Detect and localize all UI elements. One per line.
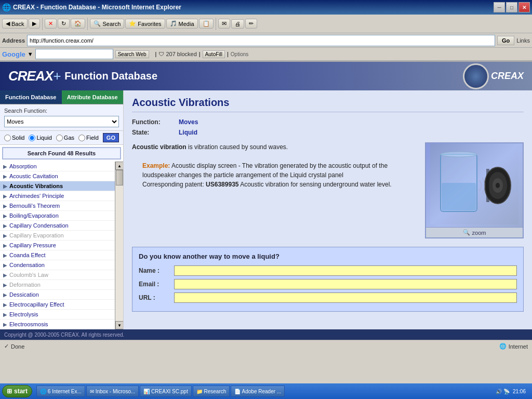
arrow-icon: ▶: [3, 282, 7, 288]
history-icon: 📋: [203, 20, 210, 27]
email-input[interactable]: [174, 279, 517, 289]
tab-function-db[interactable]: Function Database: [0, 90, 62, 104]
item-label: Absorption: [9, 163, 37, 169]
search-web-button[interactable]: Search Web: [115, 50, 149, 58]
zoom-bar[interactable]: 🔍 zoom: [426, 227, 523, 237]
home-button[interactable]: 🏠: [71, 19, 85, 29]
scroll-up-button[interactable]: ▲: [115, 162, 123, 170]
options-button[interactable]: Options: [231, 51, 248, 57]
status-bar: ✓ Done 🌐 Internet: [0, 340, 532, 352]
links-button[interactable]: Links: [516, 37, 530, 44]
list-item[interactable]: ▶ Electrocapillary Effect: [0, 300, 115, 310]
filter-go-button[interactable]: GO: [103, 133, 119, 142]
print-button[interactable]: 🖨: [231, 19, 244, 29]
filter-gas-radio[interactable]: [56, 135, 63, 141]
arrow-icon: ▶: [3, 233, 7, 238]
list-item[interactable]: ▶ Coanda Effect: [0, 250, 115, 260]
minimize-button[interactable]: ─: [494, 2, 505, 12]
scroll-thumb[interactable]: [116, 170, 123, 185]
list-item[interactable]: ▶ Dessication: [0, 290, 115, 300]
svg-point-3: [441, 152, 477, 157]
list-item[interactable]: ▶ Bernoulli's Theorem: [0, 201, 115, 211]
svg-rect-8: [486, 169, 489, 202]
mail-button[interactable]: ✉: [218, 19, 230, 29]
results-container: ▶ Absorption ▶ Acoustic Cavitation ▶ Aco…: [0, 162, 123, 329]
windows-icon: ⊞: [7, 388, 12, 395]
app-header: CREAX+ Function Database CREAX: [0, 62, 532, 90]
zoom-label: zoom: [472, 230, 486, 236]
refresh-button[interactable]: ↻: [58, 19, 70, 29]
item-label: Acoustic Vibrations: [9, 183, 63, 189]
forward-button[interactable]: ▶: [29, 19, 40, 29]
svg-point-7: [496, 183, 500, 188]
taskbar-adobe-button[interactable]: 📄 Adobe Reader ...: [231, 385, 285, 397]
list-item[interactable]: ▶ Archimedes' Principle: [0, 191, 115, 201]
search-nav-button[interactable]: 🔍 Back Search: [90, 19, 124, 29]
scroll-down-button[interactable]: ▼: [115, 321, 123, 329]
taskbar-inbox-button[interactable]: ✉ Inbox - Microso...: [86, 385, 139, 397]
item-label: Acoustic Cavitation: [9, 173, 58, 179]
search-select[interactable]: Moves: [4, 116, 119, 127]
internet-icon: 🌐: [499, 343, 507, 350]
arrow-icon: ▶: [3, 262, 7, 268]
separator5: |: [199, 51, 201, 57]
go-button[interactable]: Go: [497, 36, 514, 45]
back-arrow-icon: ◀: [6, 20, 10, 27]
taskbar-ie-button[interactable]: 🌐 6 Internet Ex...: [36, 385, 85, 397]
media-button[interactable]: 🎵 Media: [166, 19, 198, 29]
start-button[interactable]: ⊞ start: [2, 385, 32, 397]
content-area: Function Database Attribute Database Sea…: [0, 90, 532, 329]
list-item[interactable]: ▶ Electroosmosis: [0, 320, 115, 329]
filter-solid[interactable]: Solid: [4, 135, 24, 141]
list-item[interactable]: ▶ Absorption: [0, 162, 115, 171]
item-label: Archimedes' Principle: [9, 193, 64, 199]
list-item[interactable]: ▶ Boiling/Evaporation: [0, 211, 115, 221]
stop-button[interactable]: ✕: [45, 19, 57, 29]
list-item-selected[interactable]: ▶ Acoustic Vibrations: [0, 181, 115, 191]
results-list: ▶ Absorption ▶ Acoustic Cavitation ▶ Aco…: [0, 162, 115, 329]
separator3: [216, 18, 216, 30]
list-item[interactable]: ▶ Acoustic Cavitation: [0, 171, 115, 181]
acoustic-vibration-image: [430, 144, 518, 227]
sidebar-scrollbar[interactable]: ▲ ▼: [115, 162, 123, 329]
arrow-icon: ▶: [3, 183, 7, 189]
url-label: URL :: [139, 294, 170, 301]
creax-right-logo: CREAX: [463, 63, 524, 89]
filter-field-radio[interactable]: [78, 135, 85, 141]
url-input-form[interactable]: [174, 292, 517, 303]
item-label: Capillary Condensation: [9, 222, 69, 229]
filter-row: Solid Liquid Gas Field GO: [0, 131, 123, 145]
filter-gas[interactable]: Gas: [56, 135, 74, 141]
arrow-icon: ▶: [3, 322, 7, 327]
google-search-input[interactable]: [35, 49, 113, 59]
tab-attribute-db[interactable]: Attribute Database: [62, 90, 124, 104]
main-content: Acoustic Vibrations Function: Moves Stat…: [124, 90, 532, 329]
list-item[interactable]: ▶ Capillary Condensation: [0, 221, 115, 231]
close-button[interactable]: ✕: [518, 2, 530, 12]
status-done: ✓ Done: [4, 343, 24, 350]
filter-solid-radio[interactable]: [4, 135, 11, 141]
taskbar-ppt-button[interactable]: 📊 CREAXI SC.ppt: [140, 385, 191, 397]
filter-liquid[interactable]: Liquid: [29, 135, 51, 141]
list-item[interactable]: ▶ Condensation: [0, 260, 115, 270]
sidebar: Function Database Attribute Database Sea…: [0, 90, 124, 329]
url-input[interactable]: [27, 35, 495, 46]
maximize-button[interactable]: □: [506, 2, 517, 12]
edit-button[interactable]: ✏: [245, 19, 257, 29]
info-table: Function: Moves State: Liquid: [132, 118, 524, 136]
arrow-icon: ▶: [3, 213, 7, 219]
taskbar-research-button[interactable]: 📁 Research: [193, 385, 230, 397]
name-input[interactable]: [174, 265, 517, 276]
status-text: Done: [11, 343, 24, 350]
item-label: Coulomb's Law: [9, 272, 48, 278]
favorites-button[interactable]: ⭐ Favorites: [125, 19, 165, 29]
list-item[interactable]: ▶ Capillary Pressure: [0, 241, 115, 250]
state-label: State:: [132, 129, 179, 136]
back-button[interactable]: ◀ Back: [2, 19, 28, 29]
filter-liquid-radio[interactable]: [29, 135, 35, 141]
history-button[interactable]: 📋: [199, 19, 214, 29]
filter-field[interactable]: Field: [78, 135, 99, 141]
list-item[interactable]: ▶ Electrolysis: [0, 310, 115, 320]
autofill-button[interactable]: AutoFill: [203, 50, 225, 58]
item-label: Capillary Pressure: [9, 242, 56, 248]
